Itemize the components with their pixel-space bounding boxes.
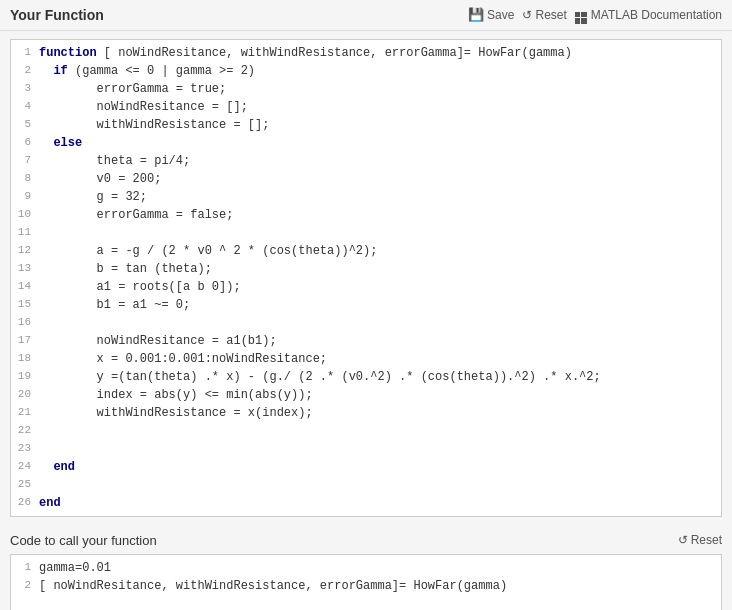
code-content[interactable]: 1function [ noWindResitance, withWindRes… <box>11 40 721 516</box>
line-number: 1 <box>11 44 39 62</box>
line-number: 18 <box>11 350 39 368</box>
line-number: 2 <box>11 62 39 80</box>
code-editor[interactable]: 1function [ noWindResitance, withWindRes… <box>10 39 722 517</box>
table-row: 19 y =(tan(theta) .* x) - (g./ (2 .* (v0… <box>11 368 721 386</box>
line-content: errorGamma = true; <box>39 80 721 98</box>
table-row: 6 else <box>11 134 721 152</box>
code-editor-wrapper: 1function [ noWindResitance, withWindRes… <box>0 39 732 517</box>
table-row: 21 withWindResistance = x(index); <box>11 404 721 422</box>
table-row: 13 b = tan (theta); <box>11 260 721 278</box>
table-row: 11 <box>11 224 721 242</box>
table-row: 14 a1 = roots([a b 0]); <box>11 278 721 296</box>
header-reset-button[interactable]: ↺ Reset <box>522 8 566 22</box>
table-row: 10 errorGamma = false; <box>11 206 721 224</box>
reset-small-icon: ↺ <box>678 533 688 547</box>
line-content: withWindResistance = x(index); <box>39 404 721 422</box>
line-content: gamma=0.01 <box>39 559 721 577</box>
call-section-title: Code to call your function <box>10 533 157 548</box>
line-content: b1 = a1 ~= 0; <box>39 296 721 314</box>
table-row: 23 <box>11 440 721 458</box>
line-content: a1 = roots([a b 0]); <box>39 278 721 296</box>
line-number: 12 <box>11 242 39 260</box>
call-reset-button[interactable]: ↺ Reset <box>678 533 722 547</box>
line-content: y =(tan(theta) .* x) - (g./ (2 .* (v0.^2… <box>39 368 721 386</box>
line-number: 25 <box>11 476 39 494</box>
table-row: 25 <box>11 476 721 494</box>
line-number: 15 <box>11 296 39 314</box>
call-code-content[interactable]: 1gamma=0.012[ noWindResitance, withWindR… <box>11 555 721 599</box>
table-row: 18 x = 0.001:0.001:noWindResitance; <box>11 350 721 368</box>
line-number: 8 <box>11 170 39 188</box>
line-content: withWindResistance = []; <box>39 116 721 134</box>
line-content: v0 = 200; <box>39 170 721 188</box>
table-row: 3 errorGamma = true; <box>11 80 721 98</box>
line-number: 4 <box>11 98 39 116</box>
table-row: 26end <box>11 494 721 512</box>
line-content <box>39 476 721 494</box>
line-content: end <box>39 458 721 476</box>
table-row: 12 a = -g / (2 * v0 ^ 2 * (cos(theta))^2… <box>11 242 721 260</box>
line-number: 20 <box>11 386 39 404</box>
table-row: 1function [ noWindResitance, withWindRes… <box>11 44 721 62</box>
matlab-grid-icon <box>575 6 587 24</box>
line-number: 23 <box>11 440 39 458</box>
line-content: end <box>39 494 721 512</box>
line-content <box>39 224 721 242</box>
line-number: 19 <box>11 368 39 386</box>
table-row: 1gamma=0.01 <box>11 559 721 577</box>
line-content <box>39 440 721 458</box>
line-number: 9 <box>11 188 39 206</box>
line-content: x = 0.001:0.001:noWindResitance; <box>39 350 721 368</box>
line-content: noWindResitance = a1(b1); <box>39 332 721 350</box>
table-row: 24 end <box>11 458 721 476</box>
header-actions: 💾 Save ↺ Reset MATLAB Documentation <box>468 6 722 24</box>
line-number: 24 <box>11 458 39 476</box>
line-number: 10 <box>11 206 39 224</box>
line-number: 16 <box>11 314 39 332</box>
line-content: function [ noWindResitance, withWindResi… <box>39 44 721 62</box>
line-number: 14 <box>11 278 39 296</box>
table-row: 22 <box>11 422 721 440</box>
line-number: 1 <box>11 559 39 577</box>
call-section: Code to call your function ↺ Reset 1gamm… <box>0 525 732 611</box>
table-row: 20 index = abs(y) <= min(abs(y)); <box>11 386 721 404</box>
table-row: 8 v0 = 200; <box>11 170 721 188</box>
line-content: [ noWindResitance, withWindResistance, e… <box>39 577 721 595</box>
line-content <box>39 314 721 332</box>
table-row: 16 <box>11 314 721 332</box>
table-row: 2[ noWindResitance, withWindResistance, … <box>11 577 721 595</box>
line-content: errorGamma = false; <box>39 206 721 224</box>
line-content: theta = pi/4; <box>39 152 721 170</box>
line-number: 3 <box>11 80 39 98</box>
line-number: 26 <box>11 494 39 512</box>
line-content: if (gamma <= 0 | gamma >= 2) <box>39 62 721 80</box>
call-section-header: Code to call your function ↺ Reset <box>0 525 732 552</box>
matlab-docs-button[interactable]: MATLAB Documentation <box>575 6 722 24</box>
table-row: 5 withWindResistance = []; <box>11 116 721 134</box>
table-row: 4 noWindResitance = []; <box>11 98 721 116</box>
table-row: 9 g = 32; <box>11 188 721 206</box>
save-button[interactable]: 💾 Save <box>468 7 514 22</box>
line-number: 5 <box>11 116 39 134</box>
reset-icon: ↺ <box>522 8 532 22</box>
table-row: 2 if (gamma <= 0 | gamma >= 2) <box>11 62 721 80</box>
line-content: a = -g / (2 * v0 ^ 2 * (cos(theta))^2); <box>39 242 721 260</box>
page-title: Your Function <box>10 7 104 23</box>
header: Your Function 💾 Save ↺ Reset MATLAB Docu… <box>0 0 732 31</box>
table-row: 7 theta = pi/4; <box>11 152 721 170</box>
line-number: 11 <box>11 224 39 242</box>
line-content: else <box>39 134 721 152</box>
floppy-icon: 💾 <box>468 7 484 22</box>
line-number: 13 <box>11 260 39 278</box>
line-number: 17 <box>11 332 39 350</box>
line-number: 21 <box>11 404 39 422</box>
call-code-editor[interactable]: 1gamma=0.012[ noWindResitance, withWindR… <box>10 554 722 611</box>
line-content: index = abs(y) <= min(abs(y)); <box>39 386 721 404</box>
line-number: 7 <box>11 152 39 170</box>
table-row: 15 b1 = a1 ~= 0; <box>11 296 721 314</box>
line-content: noWindResitance = []; <box>39 98 721 116</box>
line-content <box>39 422 721 440</box>
line-number: 2 <box>11 577 39 595</box>
line-number: 6 <box>11 134 39 152</box>
table-row: 17 noWindResitance = a1(b1); <box>11 332 721 350</box>
